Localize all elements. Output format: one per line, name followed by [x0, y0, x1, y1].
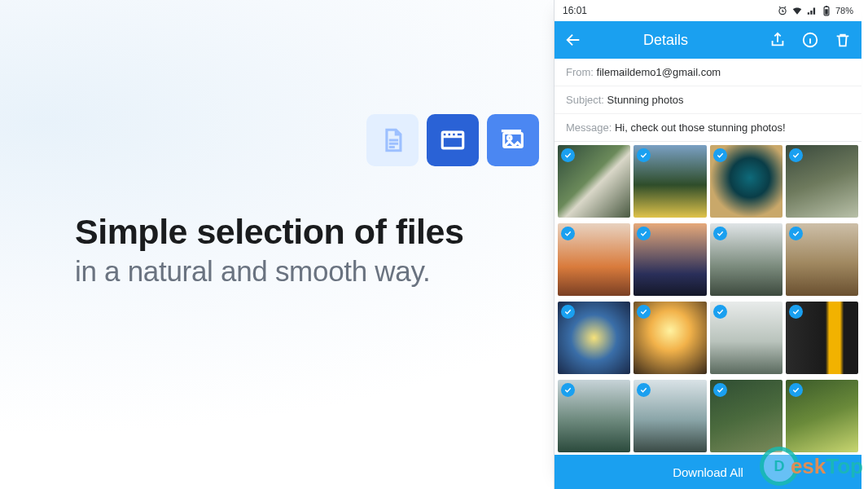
selected-check-icon	[561, 148, 575, 162]
photo-thumb[interactable]	[558, 302, 630, 374]
photo-thumb[interactable]	[786, 145, 858, 218]
photo-thumb[interactable]	[558, 145, 630, 218]
phone-mock: 16:01 78% Details From: fi	[554, 0, 861, 489]
selected-check-icon	[713, 383, 727, 397]
photo-thumb[interactable]	[786, 380, 858, 452]
photo-thumb[interactable]	[710, 145, 783, 218]
selected-check-icon	[789, 383, 803, 397]
headline-secondary: in a natural and smooth way.	[75, 255, 547, 288]
photo-thumb[interactable]	[710, 223, 783, 296]
image-icon	[487, 114, 539, 166]
svg-rect-5	[825, 9, 828, 14]
signal-icon	[806, 5, 818, 16]
marketing-headline: Simple selection of files in a natural a…	[75, 212, 547, 288]
selected-check-icon	[713, 305, 727, 319]
status-time: 16:01	[563, 5, 587, 16]
selected-check-icon	[561, 383, 575, 397]
filetype-icon-row	[366, 114, 539, 166]
selected-check-icon	[561, 305, 575, 319]
subject-label: Subject:	[566, 94, 607, 106]
alarm-icon	[777, 5, 788, 16]
photo-thumb[interactable]	[710, 380, 783, 452]
wifi-icon	[791, 5, 803, 16]
page-title: Details	[574, 32, 757, 49]
message-label: Message:	[566, 121, 615, 134]
selected-check-icon	[789, 305, 803, 319]
delete-button[interactable]	[834, 31, 852, 49]
selected-check-icon	[789, 227, 803, 240]
from-value: filemaildemo1@gmail.com	[597, 66, 721, 78]
info-button[interactable]	[801, 31, 819, 49]
status-icons: 78%	[777, 5, 853, 16]
subject-value: Stunning photos	[607, 94, 684, 106]
details-section: From: filemaildemo1@gmail.com Subject: S…	[555, 59, 861, 142]
photo-thumb[interactable]	[633, 145, 706, 218]
document-icon	[366, 114, 419, 166]
photo-thumb[interactable]	[710, 302, 783, 374]
photo-thumb[interactable]	[633, 302, 706, 374]
download-all-button[interactable]: Download All	[555, 455, 861, 489]
selected-check-icon	[713, 227, 727, 240]
photo-thumb[interactable]	[786, 302, 858, 374]
status-bar: 16:01 78%	[555, 0, 861, 21]
from-label: From:	[566, 66, 597, 78]
photo-grid	[555, 142, 861, 455]
app-bar: Details	[555, 21, 861, 59]
message-value: Hi, check out those stunning photos!	[615, 121, 786, 134]
share-button[interactable]	[769, 31, 787, 49]
svg-rect-6	[826, 6, 827, 7]
photo-thumb[interactable]	[558, 380, 630, 452]
selected-check-icon	[713, 148, 727, 162]
video-icon	[427, 114, 479, 166]
photo-thumb[interactable]	[558, 223, 630, 296]
message-row: Message: Hi, check out those stunning ph…	[555, 114, 861, 141]
photo-thumb[interactable]	[786, 223, 858, 296]
battery-icon	[821, 5, 832, 16]
svg-point-2	[507, 136, 511, 140]
from-row: From: filemaildemo1@gmail.com	[555, 59, 861, 86]
subject-row: Subject: Stunning photos	[555, 86, 861, 114]
photo-thumb[interactable]	[633, 223, 706, 296]
headline-primary: Simple selection of files	[75, 212, 547, 252]
battery-text: 78%	[835, 6, 853, 15]
photo-thumb[interactable]	[633, 380, 706, 452]
selected-check-icon	[789, 148, 803, 162]
selected-check-icon	[561, 227, 575, 240]
